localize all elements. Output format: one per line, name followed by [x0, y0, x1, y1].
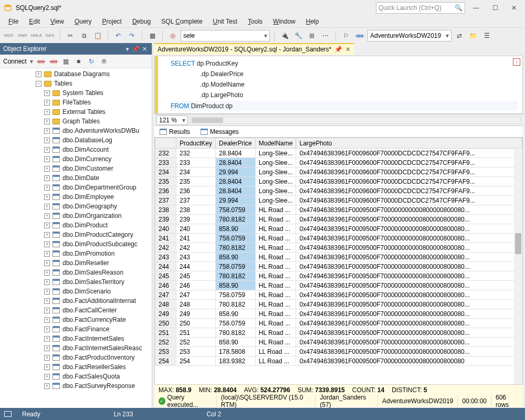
cell-rownum[interactable]: 248 — [155, 300, 176, 309]
tree-table-dbo-DimProduct[interactable]: +dbo.DimProduct — [0, 220, 152, 230]
undo-icon[interactable]: ↶ — [112, 30, 124, 41]
results-grid[interactable]: ProductKey DealerPrice ModelName LargePh… — [154, 137, 523, 385]
table-row[interactable]: 246246858.90HL Road ...0x474946383961F00… — [155, 281, 522, 290]
horizontal-scrollbar[interactable] — [190, 117, 521, 124]
expander-icon[interactable]: + — [44, 194, 50, 200]
cell-largephoto[interactable]: 0x474946383961F0009500F70000000000080000… — [296, 253, 522, 262]
toolbar-folder-icon[interactable]: 📁 — [467, 30, 479, 41]
cell-modelname[interactable]: HL Road ... — [255, 309, 296, 319]
table-row[interactable]: 244244758.0759HL Road ...0x474946383961F… — [155, 262, 522, 271]
cell-modelname[interactable]: LL Road ... — [255, 356, 296, 366]
cell-modelname[interactable]: HL Road ... — [255, 224, 296, 234]
cell-productkey[interactable]: 248 — [176, 300, 216, 309]
expander-icon[interactable]: + — [44, 364, 50, 370]
cell-rownum[interactable]: 238 — [155, 205, 176, 215]
expander-icon[interactable]: + — [44, 223, 50, 228]
table-row[interactable]: 23323328.8404Long-Slee...0x474946383961F… — [155, 158, 522, 167]
cell-modelname[interactable]: HL Road ... — [255, 328, 296, 338]
tree-table-dbo-DimAccount[interactable]: +dbo.DimAccount — [0, 145, 152, 154]
cell-modelname[interactable]: Long-Slee... — [255, 196, 296, 205]
cell-productkey[interactable]: 232 — [176, 149, 216, 158]
tree-table-dbo-DimPromotion[interactable]: +dbo.DimPromotion — [0, 249, 152, 258]
cell-largephoto[interactable]: 0x474946383961F0009500F70000000000080000… — [296, 328, 522, 338]
table-row[interactable]: 23423429.994Long-Slee...0x474946383961F0… — [155, 167, 522, 177]
cell-modelname[interactable]: Long-Slee... — [255, 177, 296, 186]
table-row[interactable]: 23523528.8404Long-Slee...0x474946383961F… — [155, 177, 522, 186]
cell-modelname[interactable]: HL Road ... — [255, 319, 296, 328]
copy-icon[interactable]: ⧉ — [78, 30, 90, 41]
cell-largephoto[interactable]: 0x474946383961F0009600F70000DCDCDC27547C… — [296, 177, 522, 186]
cell-productkey[interactable]: 237 — [176, 196, 216, 205]
cell-largephoto[interactable]: 0x474946383961F0009500F70000000000080000… — [296, 356, 522, 366]
cell-rownum[interactable]: 234 — [155, 167, 176, 177]
table-row[interactable]: 242242780.8182HL Road ...0x474946383961F… — [155, 243, 522, 253]
toolbar-execute-icon[interactable]: ⊞ — [306, 30, 318, 41]
expander-icon[interactable]: + — [44, 147, 50, 153]
panel-dropdown-icon[interactable]: ▾ — [123, 45, 132, 53]
tree-graph-tables[interactable]: +Graph Tables — [0, 117, 152, 126]
tree-table-dbo-DimProductCategory[interactable]: +dbo.DimProductCategory — [0, 230, 152, 239]
cell-dealerprice[interactable]: 858.90 — [216, 338, 256, 347]
cell-largephoto[interactable]: 0x474946383961F0009500F70000000000080000… — [296, 290, 522, 300]
cell-modelname[interactable]: HL Road ... — [255, 243, 296, 253]
toolbar-dots-icon[interactable]: ⋯ — [320, 30, 331, 41]
table-row[interactable]: 252252858.90HL Road ...0x474946383961F00… — [155, 338, 522, 347]
expander-icon[interactable]: + — [44, 327, 50, 332]
tree-table-dbo-FactSurveyResponse[interactable]: +dbo.FactSurveyResponse — [0, 381, 152, 391]
expander-icon[interactable]: + — [44, 185, 50, 191]
cell-rownum[interactable]: 249 — [155, 309, 176, 319]
panel-close-icon[interactable]: ✕ — [140, 45, 149, 53]
table-row[interactable]: 23223228.8404Long-Slee...0x474946383961F… — [155, 149, 522, 158]
cell-productkey[interactable]: 249 — [176, 309, 216, 319]
object-explorer-tree[interactable]: +Database Diagrams−Tables+System Tables+… — [0, 68, 152, 408]
menu-window[interactable]: Window — [268, 17, 301, 26]
maximize-button[interactable]: ☐ — [487, 2, 503, 14]
expander-icon[interactable]: + — [44, 166, 50, 172]
document-tab[interactable]: AdventureWorksDW2019 - SQLQuery2.sql - J… — [154, 43, 354, 55]
tree-table-dbo-DimProductSubcategc[interactable]: +dbo.DimProductSubcategc — [0, 239, 152, 249]
expander-icon[interactable]: + — [44, 336, 50, 342]
tree-table-dbo-DimCustomer[interactable]: +dbo.DimCustomer — [0, 164, 152, 173]
tree-table-dbo-DimDate[interactable]: +dbo.DimDate — [0, 173, 152, 183]
tree-tables[interactable]: −Tables — [0, 79, 152, 88]
toolbar-flag-icon[interactable]: ⚐ — [340, 30, 352, 41]
cell-rownum[interactable]: 237 — [155, 196, 176, 205]
menu-file[interactable]: File — [3, 17, 24, 26]
cell-dealerprice[interactable]: 780.8182 — [216, 243, 256, 253]
cell-dealerprice[interactable]: 178.5808 — [216, 347, 256, 356]
col-dealerprice[interactable]: DealerPrice — [216, 138, 256, 149]
cell-dealerprice[interactable]: 858.90 — [216, 309, 256, 319]
tree-table-dbo-FactInternetSales[interactable]: +dbo.FactInternetSales — [0, 334, 152, 343]
expander-icon[interactable]: + — [44, 213, 50, 219]
tree-table-dbo-DimSalesReason[interactable]: +dbo.DimSalesReason — [0, 268, 152, 277]
menu-tools[interactable]: Tools — [243, 17, 268, 26]
disconnect-icon[interactable]: ᚔ — [49, 57, 58, 66]
cell-dealerprice[interactable]: 758.0759 — [216, 262, 256, 271]
tree-table-dbo-AdventureWorksDWBu[interactable]: +dbo.AdventureWorksDWBu — [0, 126, 152, 135]
zoom-combo[interactable]: 121 % ▾ — [156, 116, 188, 125]
tree-table-dbo-DimReseller[interactable]: +dbo.DimReseller — [0, 258, 152, 268]
cell-modelname[interactable]: HL Road ... — [255, 338, 296, 347]
cell-productkey[interactable]: 235 — [176, 177, 216, 186]
table-row[interactable]: 238238758.0759HL Road ...0x474946383961F… — [155, 205, 522, 215]
cell-rownum[interactable]: 239 — [155, 215, 176, 224]
tree-table-dbo-DimScenario[interactable]: +dbo.DimScenario — [0, 287, 152, 296]
tree-table-dbo-DatabaseLog[interactable]: +dbo.DatabaseLog — [0, 135, 152, 145]
tree-table-dbo-DimEmployee[interactable]: +dbo.DimEmployee — [0, 192, 152, 202]
expander-icon[interactable]: + — [44, 109, 50, 115]
table-row[interactable]: 250250758.0759HL Road ...0x474946383961F… — [155, 319, 522, 328]
cell-largephoto[interactable]: 0x474946383961F0009600F70000DCDCDC27547C… — [296, 158, 522, 167]
table-row[interactable]: 251251780.8182HL Road ...0x474946383961F… — [155, 328, 522, 338]
expander-icon[interactable]: + — [44, 279, 50, 285]
pulse-icon[interactable]: ⟰ — [99, 57, 109, 66]
cell-largephoto[interactable]: 0x474946383961F0009500F70000000000080000… — [296, 262, 522, 271]
expander-icon[interactable]: + — [44, 128, 50, 134]
cell-largephoto[interactable]: 0x474946383961F0009500F70000000000080000… — [296, 234, 522, 243]
cell-dealerprice[interactable]: 28.8404 — [216, 158, 256, 167]
toolbar-grid-icon[interactable]: ▦ — [146, 30, 158, 41]
cell-productkey[interactable]: 247 — [176, 290, 216, 300]
cell-modelname[interactable]: HL Road ... — [255, 281, 296, 290]
cell-largephoto[interactable]: 0x474946383961F0009600F70000DCDCDC27547C… — [296, 167, 522, 177]
expander-icon[interactable]: + — [44, 317, 50, 323]
cell-productkey[interactable]: 242 — [176, 243, 216, 253]
